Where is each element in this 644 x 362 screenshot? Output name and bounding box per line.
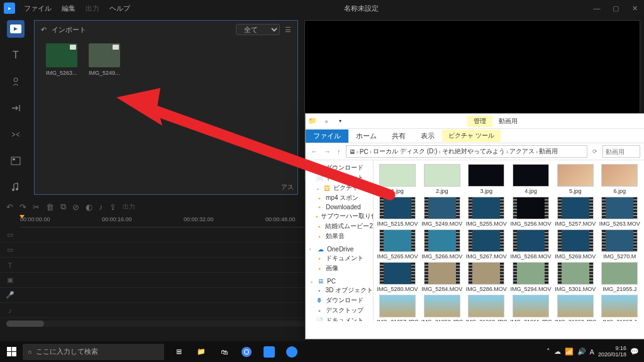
tab-file[interactable]: ファイル	[306, 129, 348, 143]
text-tool[interactable]: T	[7, 47, 25, 64]
nav-up[interactable]: ↑	[336, 148, 342, 155]
audio-tool[interactable]	[7, 178, 25, 196]
tree-pictures[interactable]: ⌄🖼ピクチャ	[306, 183, 373, 193]
cut-button[interactable]: ✂	[33, 202, 40, 212]
tab-home[interactable]: ホーム	[348, 129, 384, 143]
track-overlay2-icon[interactable]: ▭	[0, 246, 20, 254]
tree-od-docs[interactable]: ▪ドキュメント	[306, 253, 373, 263]
file-item[interactable]: 4.jpg	[509, 164, 552, 194]
tray-chevron-icon[interactable]: ˄	[547, 348, 550, 356]
tree-wedding[interactable]: ▪結婚式ムービー2	[306, 221, 373, 231]
notification-icon[interactable]: 💬	[630, 348, 639, 356]
tree-pc-docs[interactable]: 📄ドキュメント	[306, 315, 373, 321]
nav-back[interactable]: ←	[309, 148, 319, 155]
import-button[interactable]: インポート	[52, 25, 86, 35]
crop-button[interactable]: ⧉	[60, 202, 66, 212]
task-view-icon[interactable]: ⊞	[168, 343, 189, 361]
file-item[interactable]: IMG_5249.MOV	[421, 197, 464, 227]
tab-picture-tools[interactable]: ピクチャ ツール	[442, 129, 501, 142]
file-item[interactable]: IMG_21963.J	[598, 295, 641, 321]
file-item[interactable]: IMG_5263.MOV	[598, 197, 641, 227]
maximize-button[interactable]: ▢	[606, 0, 625, 16]
search-input[interactable]	[602, 145, 640, 158]
file-item[interactable]: 3.jpg	[465, 164, 508, 194]
tray-volume-icon[interactable]: 🔊	[577, 348, 586, 356]
file-item[interactable]: IMG_5284.MOV	[421, 262, 464, 292]
taskbar-search[interactable]: ○ ここに入力して検索	[23, 344, 164, 360]
file-item[interactable]: IMG_5257.MOV	[554, 197, 597, 227]
file-item[interactable]: IMG_21960.JPG	[465, 295, 508, 321]
tree-subwoofer[interactable]: ▪サブウーハー取り付	[306, 211, 373, 221]
tree-downloads[interactable]: 🡇ダウンロード	[306, 163, 373, 173]
media-tool[interactable]	[7, 20, 25, 38]
file-item[interactable]: IMG_21958.JPG	[421, 295, 464, 321]
file-item[interactable]: IMG_5267.MOV	[465, 229, 508, 260]
export-button[interactable]: ⇪	[109, 202, 116, 212]
filter-select[interactable]: 全て	[236, 24, 280, 35]
speed-button[interactable]: ⊘	[72, 202, 79, 212]
minimize-button[interactable]: —	[587, 0, 606, 16]
tree-od-images[interactable]: ▪画像	[306, 263, 373, 273]
file-item[interactable]: IMG_21962.JPG	[554, 295, 597, 321]
tray-ime-icon[interactable]: A	[590, 348, 594, 356]
tree-mp4[interactable]: ▪mp4 スポン	[306, 193, 373, 203]
menu-help[interactable]: ヘルプ	[104, 4, 135, 13]
breadcrumb[interactable]: 🖥 › PC› ローカル ディスク (D:)› それ絶対やってみよう› アクアス…	[346, 145, 588, 158]
file-item[interactable]: IMG_21961.JPG	[509, 295, 552, 321]
store-icon[interactable]: 🛍	[213, 343, 235, 361]
file-item[interactable]: IMG_5269.MOV	[554, 229, 597, 260]
file-item[interactable]: IMG_5268.MOV	[509, 229, 552, 260]
file-item[interactable]: 1.jpg	[376, 164, 419, 194]
file-item[interactable]: IMG_21957.JPG	[376, 295, 419, 321]
dropdown-icon[interactable]: ▾	[333, 118, 347, 124]
tab-share[interactable]: 共有	[384, 129, 413, 143]
tree-documents[interactable]: 📄ドキュメント	[306, 173, 373, 183]
refresh-button[interactable]: ⟳	[591, 148, 599, 155]
file-item[interactable]: IMG_5280.MOV	[376, 262, 419, 292]
track-mic-icon[interactable]: 🎤	[0, 291, 20, 299]
file-item[interactable]: IMG_5215.MOV	[376, 197, 419, 227]
tree-pc-3d[interactable]: ▪3D オブジェクト	[306, 285, 373, 295]
start-button[interactable]	[0, 347, 23, 356]
explorer-taskbar-icon[interactable]: 📁	[191, 343, 212, 361]
track-overlay-icon[interactable]: ▭	[0, 231, 20, 239]
redo-button[interactable]: ↷	[19, 202, 26, 212]
tree-pc[interactable]: ⌄🖥PC	[306, 277, 373, 285]
menu-edit[interactable]: 編集	[57, 4, 80, 13]
volume-button[interactable]: ♪	[99, 202, 103, 212]
tree-pc-desk[interactable]: ▪デスクトップ	[306, 305, 373, 315]
track-text-icon[interactable]: T	[0, 261, 20, 269]
color-button[interactable]: ◐	[86, 202, 92, 212]
undo-button[interactable]: ↶	[6, 202, 13, 212]
file-item[interactable]: IMG_21955.J	[598, 262, 641, 292]
transition-tool[interactable]	[7, 99, 25, 117]
list-view-icon[interactable]: ☰	[285, 26, 291, 34]
close-button[interactable]: ✕	[625, 0, 644, 16]
chrome-icon[interactable]	[236, 343, 257, 361]
file-item[interactable]: IMG_5256.MOV	[509, 197, 552, 227]
quick-access-icon[interactable]: ▫	[319, 118, 333, 125]
tree-downloaded[interactable]: ▪Downloaded	[306, 203, 373, 211]
tray-cloud-icon[interactable]: ☁	[554, 348, 561, 356]
track-video-icon[interactable]: ▣	[0, 276, 20, 284]
media-item[interactable]: IMG_5249....	[89, 43, 120, 76]
split-tool[interactable]	[7, 126, 25, 143]
file-item[interactable]: IMG_5294.MOV	[509, 262, 552, 292]
file-item[interactable]: IMG_5255.MOV	[465, 197, 508, 227]
file-item[interactable]: IMG_5266.MOV	[421, 229, 464, 260]
file-item[interactable]: IMG_5301.MOV	[554, 262, 597, 292]
file-item[interactable]: 2.jpg	[421, 164, 464, 194]
file-item[interactable]: IMG_5270.M	[598, 229, 641, 260]
file-pane[interactable]: 1.jpg2.jpg3.jpg4.jpg5.jpg6.jpgIMG_5215.M…	[374, 160, 644, 321]
track-audio-icon[interactable]: ♪	[0, 307, 20, 314]
tree-onedrive[interactable]: ›☁OneDrive	[306, 245, 373, 253]
media-item[interactable]: IMG_5263....	[46, 43, 77, 76]
nav-forward[interactable]: →	[323, 148, 332, 155]
trash-button[interactable]: 🗑	[46, 202, 54, 212]
app-taskbar-icon[interactable]	[258, 343, 280, 361]
file-item[interactable]: 6.jpg	[598, 164, 641, 194]
effects-tool[interactable]	[7, 73, 25, 90]
app2-taskbar-icon[interactable]	[281, 343, 303, 361]
overlay-tool[interactable]	[7, 152, 25, 170]
tree-pc-dl[interactable]: 🡇ダウンロード	[306, 295, 373, 305]
